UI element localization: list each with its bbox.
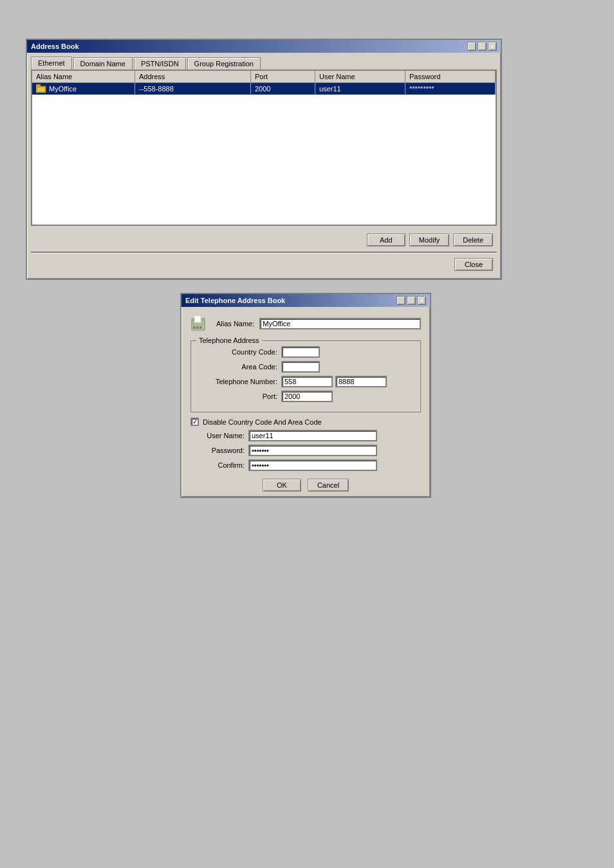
area-code-row: Area Code: <box>198 361 414 373</box>
port-label: Port: <box>198 392 281 400</box>
delete-button[interactable]: Delete <box>453 234 493 246</box>
edit-close-button[interactable]: × <box>417 296 426 305</box>
tab-ethernet[interactable]: Ethernet <box>31 57 72 69</box>
tab-pstn-isdn[interactable]: PSTN/ISDN <box>134 57 186 69</box>
close-button[interactable]: × <box>488 42 497 51</box>
modify-button[interactable]: Modify <box>409 234 449 246</box>
add-button[interactable]: Add <box>367 234 405 246</box>
group-legend: Telephone Address <box>196 337 262 344</box>
alias-name-input[interactable] <box>259 318 421 329</box>
country-code-row: Country Code: <box>198 346 414 358</box>
edit-restore-button[interactable]: □ <box>407 296 416 305</box>
table-body: MyOffice --558-8888 2000 user11 ********… <box>32 83 496 225</box>
port-input[interactable] <box>281 391 333 402</box>
col-alias-name: Alias Name <box>32 71 135 82</box>
disable-checkbox-label: Disable Country Code And Area Code <box>203 418 322 426</box>
svg-rect-5 <box>193 326 196 329</box>
cell-password: ********* <box>405 83 496 95</box>
tab-bar: Ethernet Domain Name PSTN/ISDN Group Reg… <box>31 57 497 69</box>
confirm-row: Confirm: <box>191 459 421 471</box>
address-table: Alias Name Address Port User Name Passwo… <box>31 69 497 226</box>
password-label: Password: <box>191 447 248 454</box>
disable-checkbox-row: ✓ Disable Country Code And Area Code <box>191 418 421 426</box>
table-row[interactable]: MyOffice --558-8888 2000 user11 ********… <box>32 83 496 95</box>
cancel-button[interactable]: Cancel <box>308 479 349 492</box>
password-row: Password: <box>191 445 421 456</box>
svg-rect-2 <box>37 88 44 91</box>
address-book-titlebar: Address Book _ □ × <box>27 40 501 53</box>
edit-dialog-content: Alias Name: Telephone Address Country Co… <box>181 307 430 497</box>
confirm-input[interactable] <box>248 459 377 471</box>
tab-domain-name[interactable]: Domain Name <box>73 57 133 69</box>
address-book-window: Address Book _ □ × Ethernet Domain Name … <box>26 39 502 280</box>
svg-rect-1 <box>36 84 41 87</box>
tab-group-registration[interactable]: Group Registration <box>187 57 261 69</box>
country-code-input[interactable] <box>281 346 320 358</box>
col-password: Password <box>405 71 496 82</box>
address-book-title-buttons: _ □ × <box>467 42 497 51</box>
cell-port: 2000 <box>251 83 315 95</box>
table-header: Alias Name Address Port User Name Passwo… <box>32 71 496 83</box>
area-code-input[interactable] <box>281 361 320 373</box>
password-input[interactable] <box>248 445 377 456</box>
edit-dialog-titlebar: Edit Telephone Address Book _ □ × <box>181 294 430 307</box>
disable-checkbox[interactable]: ✓ <box>191 418 199 426</box>
address-book-content: Ethernet Domain Name PSTN/ISDN Group Reg… <box>27 53 501 279</box>
telephone-address-group: Telephone Address Country Code: Area Cod… <box>191 340 421 412</box>
col-address: Address <box>135 71 251 82</box>
edit-bottom-buttons: OK Cancel <box>191 479 421 492</box>
phone-icon <box>191 313 211 334</box>
telephone-number-label: Telephone Number: <box>198 378 281 385</box>
minimize-button[interactable]: _ <box>467 42 476 51</box>
restore-button[interactable]: □ <box>478 42 487 51</box>
alias-row: Alias Name: <box>191 313 421 334</box>
address-book-title: Address Book <box>31 42 79 50</box>
edit-dialog-window: Edit Telephone Address Book _ □ × Alias … <box>180 293 431 498</box>
action-buttons: Add Modify Delete <box>31 231 497 249</box>
cell-user-name: user11 <box>315 83 405 95</box>
country-code-label: Country Code: <box>198 348 281 356</box>
telephone-number-row: Telephone Number: <box>198 376 414 387</box>
edit-minimize-button[interactable]: _ <box>396 296 405 305</box>
svg-rect-6 <box>196 326 199 329</box>
port-row: Port: <box>198 391 414 402</box>
col-user-name: User Name <box>315 71 405 82</box>
svg-rect-8 <box>194 316 201 322</box>
user-name-input[interactable] <box>248 430 377 441</box>
area-code-label: Area Code: <box>198 363 281 371</box>
user-name-label: User Name: <box>191 432 248 439</box>
close-button-main[interactable]: Close <box>454 258 493 271</box>
edit-dialog-title-buttons: _ □ × <box>396 296 426 305</box>
alias-name-label: Alias Name: <box>216 320 254 328</box>
user-name-row: User Name: <box>191 430 421 441</box>
cell-alias-name: MyOffice <box>32 83 135 95</box>
telephone-number-input-1[interactable] <box>281 376 333 387</box>
col-port: Port <box>251 71 315 82</box>
edit-dialog-title: Edit Telephone Address Book <box>185 297 285 304</box>
telephone-number-input-2[interactable] <box>335 376 387 387</box>
separator <box>31 252 497 253</box>
close-row: Close <box>31 255 497 275</box>
svg-rect-7 <box>200 326 202 329</box>
phone-inputs <box>281 376 387 387</box>
cell-address: --558-8888 <box>135 83 251 95</box>
ok-button[interactable]: OK <box>263 479 301 492</box>
confirm-label: Confirm: <box>191 461 248 469</box>
folder-icon <box>36 84 46 93</box>
